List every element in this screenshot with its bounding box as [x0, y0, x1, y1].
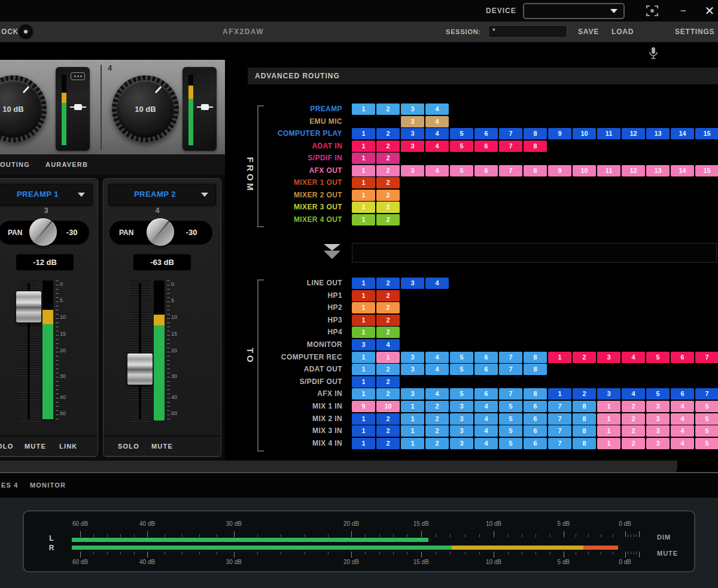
solo-button[interactable]: OLO	[0, 436, 13, 456]
routing-cell[interactable]: 4	[425, 141, 449, 152]
routing-cell[interactable]: 5	[646, 352, 670, 363]
routing-cell[interactable]: 5	[499, 401, 522, 412]
routing-cell[interactable]: 4	[671, 425, 694, 437]
routing-cell[interactable]: 4	[474, 425, 498, 437]
routing-cell[interactable]: 3	[401, 165, 424, 176]
routing-cell[interactable]: 1	[352, 128, 375, 139]
routing-cell[interactable]: 5	[450, 165, 473, 176]
routing-cell[interactable]: 2	[376, 141, 400, 152]
source-select-2[interactable]: PREAMP 2	[108, 184, 216, 205]
routing-cell[interactable]: 7	[499, 128, 522, 139]
routing-cell[interactable]: 4	[671, 413, 694, 425]
routing-cell[interactable]: 1	[352, 315, 375, 326]
routing-cell[interactable]: 4	[425, 388, 449, 400]
routing-cell[interactable]: 1	[352, 413, 375, 425]
routing-cell[interactable]: 2	[376, 202, 400, 213]
routing-cell[interactable]: 2	[376, 290, 400, 301]
routing-cell[interactable]: 6	[524, 425, 547, 437]
fader-handle[interactable]	[16, 291, 41, 322]
routing-cell[interactable]: 1	[548, 352, 571, 363]
routing-cell[interactable]: 10	[573, 128, 596, 139]
routing-cell[interactable]: 1	[597, 401, 620, 412]
routing-cell[interactable]: 8	[573, 425, 596, 437]
routing-cell[interactable]: 2	[622, 438, 645, 449]
routing-cell[interactable]: 3	[401, 352, 424, 363]
routing-cell[interactable]: 3	[401, 141, 424, 152]
routing-cell[interactable]: 7	[499, 352, 522, 363]
routing-cell[interactable]: 1	[352, 352, 375, 363]
routing-cell[interactable]: 2	[376, 376, 400, 388]
routing-cell[interactable]: 3	[450, 425, 473, 437]
routing-cell[interactable]: 11	[597, 128, 620, 139]
routing-cell[interactable]: 3	[646, 438, 670, 449]
routing-cell[interactable]: 8	[524, 141, 547, 152]
routing-cell[interactable]: 4	[474, 401, 498, 412]
routing-cell[interactable]: 5	[450, 352, 473, 363]
routing-cell[interactable]: 5	[695, 413, 718, 425]
routing-cell[interactable]: 6	[524, 413, 547, 425]
routing-cell[interactable]: 2	[376, 165, 400, 176]
routing-cell[interactable]: 2	[376, 302, 400, 313]
save-button[interactable]: SAVE	[578, 22, 599, 42]
routing-cell[interactable]: 6	[671, 352, 694, 363]
routing-cell[interactable]: 3	[352, 339, 375, 351]
minimize-button[interactable]: –	[676, 0, 690, 22]
routing-cell[interactable]: 2	[376, 425, 400, 437]
routing-cell[interactable]: 5	[499, 425, 522, 437]
routing-cell[interactable]: 1	[352, 290, 375, 301]
routing-cell[interactable]: 4	[474, 438, 498, 449]
routing-target-field[interactable]	[352, 243, 717, 263]
routing-cell[interactable]: 1	[352, 214, 375, 226]
routing-cell[interactable]: 6	[474, 388, 498, 400]
pan-knob[interactable]	[29, 218, 57, 246]
gain-knob-4[interactable]: 10 dB	[112, 75, 179, 142]
routing-cell[interactable]: 4	[425, 165, 449, 176]
routing-cell[interactable]: 1	[352, 165, 375, 176]
routing-cell[interactable]: 4	[425, 352, 449, 363]
pan-knob[interactable]	[147, 218, 174, 246]
routing-cell[interactable]: 4	[425, 103, 449, 115]
routing-cell[interactable]: 6	[524, 438, 547, 449]
source-select-1[interactable]: PREAMP 1	[0, 184, 93, 205]
link-button[interactable]: LINK	[59, 436, 77, 456]
routing-cell[interactable]: 1	[352, 141, 375, 152]
routing-cell[interactable]: 9	[352, 401, 375, 412]
routing-cell[interactable]: 10	[573, 165, 596, 176]
routing-cell[interactable]: 2	[376, 103, 400, 115]
routing-cell[interactable]: 7	[695, 388, 718, 400]
routing-cell[interactable]: 5	[450, 141, 473, 152]
routing-cell[interactable]: 2	[376, 278, 400, 289]
routing-cell[interactable]: 4	[622, 352, 645, 363]
routing-cell[interactable]: 4	[425, 128, 449, 139]
routing-cell[interactable]: 8	[524, 388, 547, 400]
routing-cell[interactable]: 5	[695, 438, 718, 449]
routing-cell[interactable]: 2	[622, 401, 645, 412]
routing-cell[interactable]: 8	[573, 438, 596, 449]
routing-cell[interactable]: 4	[671, 438, 694, 449]
routing-cell[interactable]: 3	[646, 413, 670, 425]
gain-knob-3[interactable]: 10 dB	[0, 75, 47, 142]
routing-cell[interactable]: 5	[499, 413, 522, 425]
routing-cell[interactable]: 10	[376, 401, 400, 412]
routing-cell[interactable]: 2	[376, 153, 400, 164]
solo-button[interactable]: SOLO	[118, 436, 139, 456]
phantom-power-icon[interactable]	[71, 72, 85, 80]
jack-plug-icon[interactable]	[197, 104, 213, 110]
routing-cell[interactable]: 2	[376, 364, 400, 375]
routing-cell[interactable]: 2	[376, 315, 400, 326]
routing-cell[interactable]: 2	[376, 438, 400, 449]
routing-cell[interactable]: 6	[474, 165, 498, 176]
mute-button[interactable]: MUTE	[25, 436, 46, 456]
routing-cell[interactable]: 4	[425, 278, 449, 289]
routing-cell[interactable]: 2	[425, 401, 449, 412]
routing-cell[interactable]: 3	[401, 128, 424, 139]
routing-cell[interactable]: 2	[573, 352, 596, 363]
routing-cell[interactable]: 1	[352, 278, 375, 289]
routing-cell[interactable]: 15	[695, 165, 718, 176]
fader-handle[interactable]	[127, 354, 153, 385]
routing-cell[interactable]: 7	[499, 141, 522, 152]
routing-cell[interactable]: 3	[646, 401, 670, 412]
routing-cell[interactable]: 6	[474, 141, 498, 152]
routing-cell[interactable]: 1	[401, 413, 424, 425]
routing-cell[interactable]: 5	[450, 388, 473, 400]
